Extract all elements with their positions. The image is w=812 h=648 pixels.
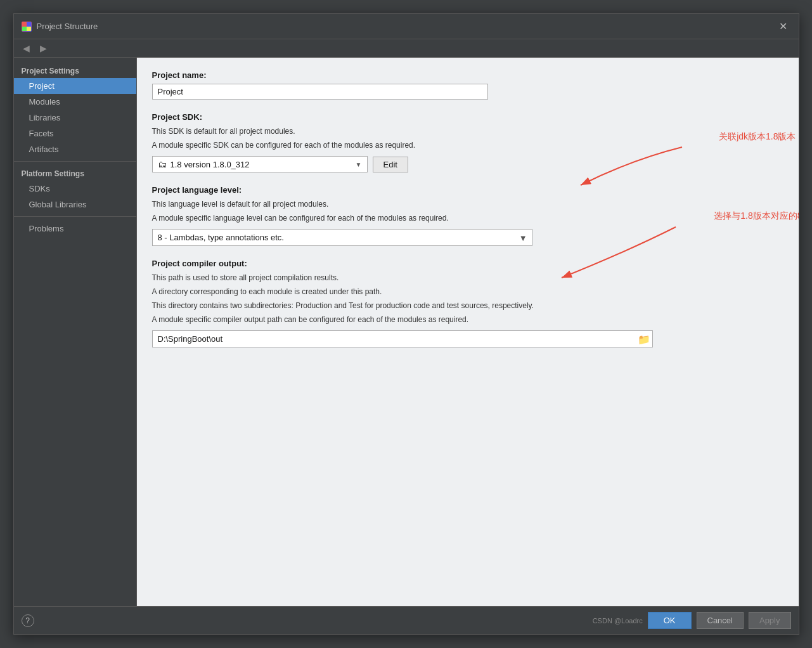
- content-area: Project name: Project SDK: This SDK is d…: [137, 58, 799, 606]
- compiler-output-input[interactable]: [152, 330, 653, 347]
- project-settings-section: Project Settings: [14, 63, 136, 78]
- edit-sdk-button[interactable]: Edit: [373, 157, 408, 172]
- dialog-title: Project Structure: [37, 22, 98, 31]
- content-wrapper: Project name: Project SDK: This SDK is d…: [152, 70, 783, 347]
- main-area: Project Settings Project Modules Librari…: [14, 58, 799, 606]
- project-name-group: Project name:: [152, 70, 783, 100]
- sdk-row: 🗂 1.8 version 1.8.0_312 ▼ Edit: [152, 156, 783, 172]
- sdk-dropdown[interactable]: 🗂 1.8 version 1.8.0_312 ▼: [152, 156, 368, 172]
- forward-button[interactable]: ▶: [36, 42, 51, 55]
- title-bar-left: Project Structure: [22, 22, 98, 32]
- sidebar-item-sdks[interactable]: SDKs: [14, 181, 136, 197]
- sidebar-item-artifacts[interactable]: Artifacts: [14, 141, 136, 157]
- sdk-folder-icon: 🗂: [158, 159, 167, 169]
- project-language-group: Project language level: This language le…: [152, 185, 783, 246]
- apply-button[interactable]: Apply: [749, 612, 791, 629]
- compiler-output-group: Project compiler output: This path is us…: [152, 259, 783, 347]
- svg-rect-3: [27, 27, 31, 31]
- sidebar-item-modules[interactable]: Modules: [14, 94, 136, 110]
- sdk-select-inner: 🗂 1.8 version 1.8.0_312: [158, 159, 356, 169]
- svg-rect-1: [27, 22, 31, 27]
- sidebar-item-problems[interactable]: Problems: [14, 221, 136, 237]
- project-structure-dialog: Project Structure ✕ ◀ ▶ Project Settings…: [13, 13, 799, 635]
- sidebar-divider-2: [14, 216, 136, 217]
- compiler-folder-button[interactable]: 📁: [638, 333, 650, 345]
- help-button[interactable]: ?: [22, 614, 34, 627]
- app-icon: [22, 22, 32, 32]
- sidebar-item-libraries[interactable]: Libraries: [14, 110, 136, 126]
- compiler-output-wrap: 📁: [152, 330, 653, 347]
- footer-right: CSDN @Loadrc OK Cancel Apply: [593, 612, 791, 629]
- sdk-dropdown-arrow: ▼: [356, 161, 362, 168]
- compiler-desc2: A directory corresponding to each module…: [152, 286, 783, 297]
- close-button[interactable]: ✕: [775, 19, 791, 34]
- sdk-desc1: This SDK is default for all project modu…: [152, 126, 783, 137]
- ok-button[interactable]: OK: [648, 612, 692, 629]
- lang-select-wrap: 8 - Lambdas, type annotations etc. ▼: [152, 229, 532, 246]
- watermark: CSDN @Loadrc: [593, 617, 643, 625]
- language-level-select[interactable]: 8 - Lambdas, type annotations etc.: [152, 229, 532, 246]
- sidebar-item-project[interactable]: Project: [14, 78, 136, 94]
- svg-rect-0: [22, 22, 27, 27]
- project-language-label: Project language level:: [152, 185, 783, 195]
- cancel-button[interactable]: Cancel: [697, 612, 744, 629]
- compiler-desc4: A module specific compiler output path c…: [152, 314, 783, 325]
- project-name-label: Project name:: [152, 70, 783, 80]
- back-button[interactable]: ◀: [19, 42, 34, 55]
- sidebar-divider-1: [14, 161, 136, 162]
- sdk-value: 1.8 version 1.8.0_312: [171, 160, 250, 169]
- project-name-input[interactable]: [152, 84, 488, 100]
- sidebar: Project Settings Project Modules Librari…: [14, 58, 137, 606]
- project-sdk-label: Project SDK:: [152, 112, 783, 122]
- compiler-output-label: Project compiler output:: [152, 259, 783, 268]
- title-bar: Project Structure ✕: [14, 14, 799, 39]
- lang-desc1: This language level is default for all p…: [152, 198, 783, 210]
- footer: ? CSDN @Loadrc OK Cancel Apply: [14, 606, 799, 634]
- compiler-desc3: This directory contains two subdirectori…: [152, 300, 783, 311]
- lang-desc2: A module specific language level can be …: [152, 212, 783, 224]
- sidebar-item-facets[interactable]: Facets: [14, 126, 136, 141]
- project-sdk-group: Project SDK: This SDK is default for all…: [152, 112, 783, 172]
- sdk-desc2: A module specific SDK can be configured …: [152, 139, 783, 151]
- footer-left: ?: [22, 614, 34, 627]
- compiler-desc1: This path is used to store all project c…: [152, 272, 783, 283]
- nav-bar: ◀ ▶: [14, 39, 799, 58]
- sidebar-item-global-libraries[interactable]: Global Libraries: [14, 197, 136, 212]
- svg-rect-2: [22, 27, 27, 31]
- platform-settings-section: Platform Settings: [14, 165, 136, 181]
